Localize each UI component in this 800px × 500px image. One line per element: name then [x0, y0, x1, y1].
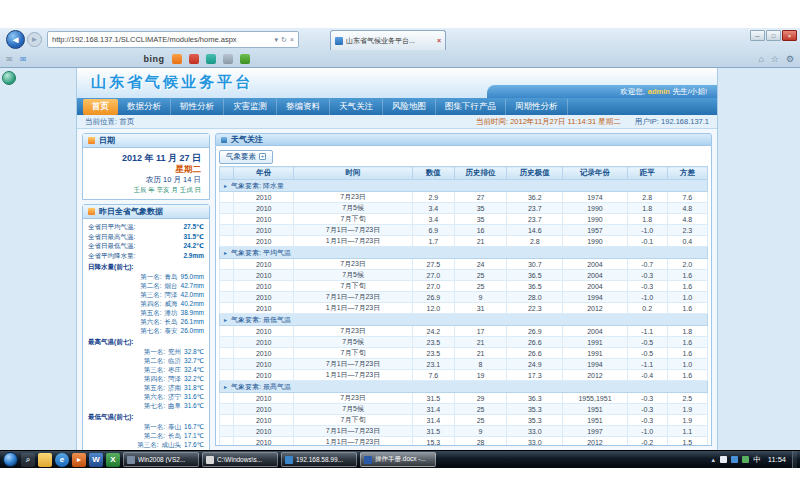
action-center-icon[interactable]: [720, 456, 727, 463]
table-row[interactable]: 20107月23日2.92736.219742.87.6: [220, 192, 708, 203]
address-bar[interactable]: http://192.168.137.1/SLCCLIMATE/modules/…: [47, 31, 299, 48]
table-cell: 31: [454, 303, 506, 314]
word-icon[interactable]: W: [89, 453, 103, 467]
table-row[interactable]: 20107月下旬3.43523.719901.84.8: [220, 214, 708, 225]
nav-item[interactable]: 图集下行产品: [436, 99, 506, 115]
hidden-icons-arrow[interactable]: ▲: [710, 457, 716, 463]
stat-row: 全省日平均气温:27.5℃: [88, 222, 204, 232]
table-cell: 2010: [234, 370, 294, 381]
table-section-row[interactable]: ▸气象要素: 最低气温: [220, 314, 708, 326]
forward-button[interactable]: ►: [27, 32, 42, 47]
table-section-row[interactable]: ▸气象要素: 最高气温: [220, 381, 708, 393]
ie-icon[interactable]: e: [55, 453, 69, 467]
element-filter-button[interactable]: 气象要素 +: [219, 150, 273, 164]
gear-icon[interactable]: ⚙: [786, 54, 794, 64]
media-player-icon[interactable]: ▸: [72, 453, 86, 467]
collapse-icon[interactable]: ▸: [224, 383, 227, 390]
favorites-app-icon[interactable]: [206, 54, 216, 64]
table-row[interactable]: 20101月1日—7月23日1.7212.81990-0.10.4: [220, 236, 708, 247]
filter-button-label: 气象要素: [226, 152, 256, 162]
taskbar-window[interactable]: 操作手册.docx -...: [360, 452, 436, 467]
table-row[interactable]: 20107月1日—7月23日6.91614.61957-1.02.3: [220, 225, 708, 236]
table-row[interactable]: 20107月5候27.02536.52004-0.31.6: [220, 270, 708, 281]
table-row[interactable]: 20107月1日—7月23日26.9928.01994-1.01.0: [220, 292, 708, 303]
table-row[interactable]: 20107月1日—7月23日31.5933.01997-1.01.1: [220, 426, 708, 437]
rank-row: 第七名:泰安26.0mm: [88, 326, 204, 335]
table-row[interactable]: 20107月下旬31.42535.31951-0.31.9: [220, 415, 708, 426]
close-button[interactable]: ×: [782, 30, 797, 41]
favorites-app-icon[interactable]: [223, 54, 233, 64]
language-indicator[interactable]: 中: [753, 455, 761, 465]
favorites-app-icon[interactable]: [240, 54, 250, 64]
network-icon[interactable]: [731, 456, 738, 463]
table-row[interactable]: 20107月5候31.42535.31951-0.31.9: [220, 404, 708, 415]
browser-tab[interactable]: 山东省气候业务平台... ×: [330, 30, 446, 50]
table-row[interactable]: 20101月1日—7月23日15.32833.02012-0.21.5: [220, 437, 708, 447]
bing-logo[interactable]: bing: [143, 54, 164, 64]
table-section-row[interactable]: ▸气象要素: 降水量: [220, 180, 708, 192]
table-row[interactable]: 20101月1日—7月23日7.61917.32012-0.41.6: [220, 370, 708, 381]
table-row[interactable]: 20107月下旬23.52126.61991-0.51.6: [220, 348, 708, 359]
table-row[interactable]: 20101月1日—7月23日12.03122.320120.21.6: [220, 303, 708, 314]
collapse-icon[interactable]: ▸: [224, 182, 227, 189]
table-cell: 2004: [563, 270, 627, 281]
nav-item[interactable]: 数据分析: [118, 99, 171, 115]
nav-item[interactable]: 韧性分析: [171, 99, 224, 115]
table-row[interactable]: 20107月5候23.52126.61991-0.51.6: [220, 337, 708, 348]
table-section-row[interactable]: ▸气象要素: 平均气温: [220, 247, 708, 259]
table-row[interactable]: 20107月23日31.52936.31955,1951-0.32.5: [220, 393, 708, 404]
plus-icon[interactable]: +: [259, 153, 266, 160]
maximize-button[interactable]: □: [766, 30, 781, 41]
nav-item[interactable]: 灾害监测: [224, 99, 277, 115]
favorites-app-icon[interactable]: [189, 54, 199, 64]
table-row[interactable]: 20107月下旬27.02536.52004-0.31.6: [220, 281, 708, 292]
address-dropdown-icon[interactable]: ▾: [275, 36, 279, 44]
favorites-star-icon[interactable]: ☆: [771, 54, 779, 64]
row-select-cell: [220, 214, 234, 225]
table-cell: 31.4: [412, 415, 454, 426]
rank-row: 第一名:青岛95.0mm: [88, 272, 204, 281]
nav-item[interactable]: 整编资料: [277, 99, 330, 115]
clock[interactable]: 11:54: [765, 455, 789, 464]
rank-row: 第七名:曲阜31.6℃: [88, 401, 204, 410]
collapse-icon[interactable]: ▸: [224, 249, 227, 256]
taskbar-window[interactable]: 192.168.58.99...: [281, 452, 357, 467]
back-button[interactable]: ◄: [6, 30, 25, 49]
side-widget-icon[interactable]: [2, 71, 16, 85]
row-select-cell: [220, 303, 234, 314]
table-row[interactable]: 20107月1日—7月23日23.1824.91994-1.11.0: [220, 359, 708, 370]
volume-icon[interactable]: [742, 456, 749, 463]
breadcrumb: 当前位置: 首页: [85, 117, 134, 127]
taskbar-window-label: 192.168.58.99...: [296, 456, 343, 463]
mail-open-icon[interactable]: ✉: [20, 55, 27, 64]
tab-close-icon[interactable]: ×: [437, 37, 441, 44]
taskbar: ⌕ e ▸ W X Win2008 (VS2...C:\Windows\s...…: [0, 450, 800, 468]
nav-item[interactable]: 周期性分析: [506, 99, 568, 115]
nav-item[interactable]: 首页: [83, 99, 118, 115]
explorer-folder-icon[interactable]: [38, 453, 52, 467]
refresh-icon[interactable]: ↻: [281, 36, 287, 44]
collapse-icon[interactable]: ▸: [224, 316, 227, 323]
favorites-app-icon[interactable]: [172, 54, 182, 64]
search-icon[interactable]: ⌕: [21, 453, 35, 467]
url-text[interactable]: http://192.168.137.1/SLCCLIMATE/modules/…: [52, 35, 272, 44]
stop-icon[interactable]: ×: [290, 36, 294, 43]
table-cell: 1955,1951: [563, 393, 627, 404]
mail-icon[interactable]: ✉: [6, 55, 13, 64]
section-title: 气象要素: 最低气温: [231, 316, 291, 323]
table-row[interactable]: 20107月5候3.43523.719901.84.8: [220, 203, 708, 214]
minimize-button[interactable]: ─: [750, 30, 765, 41]
taskbar-window[interactable]: C:\Windows\s...: [202, 452, 278, 467]
show-desktop-button[interactable]: [792, 451, 797, 468]
home-icon[interactable]: ⌂: [758, 54, 763, 64]
nav-item[interactable]: 风险地图: [383, 99, 436, 115]
nav-item[interactable]: 天气关注: [330, 99, 383, 115]
excel-icon[interactable]: X: [106, 453, 120, 467]
start-button[interactable]: [3, 452, 18, 467]
table-row[interactable]: 20107月23日24.21726.92004-1.11.8: [220, 326, 708, 337]
ganzhi-line: 壬辰 年 辛亥 月 壬戌 日: [91, 185, 201, 194]
taskbar-window[interactable]: Win2008 (VS2...: [123, 452, 199, 467]
table-row[interactable]: 20107月23日27.52430.72004-0.72.0: [220, 259, 708, 270]
city-name: 枣庄: [168, 365, 181, 374]
table-cell: -0.3: [627, 404, 667, 415]
